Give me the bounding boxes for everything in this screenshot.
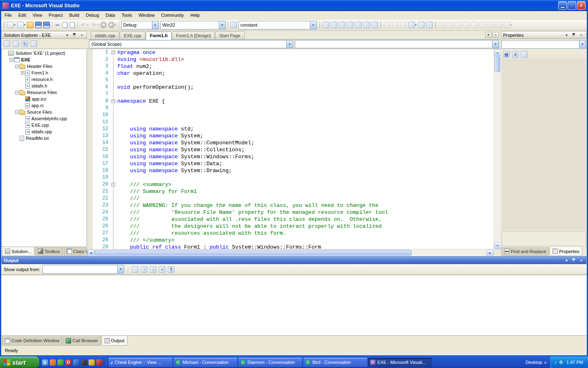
properties-window-button[interactable]: [330, 21, 338, 29]
collapse-icon[interactable]: −: [9, 58, 13, 62]
code-line[interactable]: 3float num2;: [93, 63, 494, 70]
chevron-down-icon[interactable]: ▼: [310, 21, 316, 29]
toolbox-window-button[interactable]: [346, 21, 354, 29]
new-project-button[interactable]: ▾: [6, 21, 16, 29]
code-line[interactable]: 26 /// the designers will not be able to…: [93, 223, 494, 230]
horizontal-scrollbar[interactable]: ◀ ▶: [87, 249, 494, 256]
title-bar[interactable]: EXE - Microsoft Visual Studio ▁ □ ×: [0, 0, 588, 11]
make-same-width-button[interactable]: [462, 21, 470, 29]
code-line[interactable]: 6void performOperation();: [93, 84, 494, 91]
clock[interactable]: 1:47 PM: [566, 360, 583, 365]
window-position-icon[interactable]: ▾: [64, 32, 70, 38]
comment-selection-button[interactable]: [417, 21, 425, 29]
chevron-down-icon[interactable]: ▼: [219, 21, 225, 29]
code-line[interactable]: 16 using namespace System::Windows::Form…: [93, 153, 494, 160]
window-position-icon[interactable]: ▾: [564, 258, 570, 263]
toggle-bookmark-button[interactable]: [383, 21, 391, 29]
indent-button[interactable]: ▾: [408, 21, 418, 29]
tree-item-header-files[interactable]: −Header Files: [2, 63, 87, 70]
app-red-icon[interactable]: [96, 359, 102, 366]
tab-solution[interactable]: Solution...: [2, 247, 34, 256]
taskbar-task-daemon-conversation[interactable]: Daemon - Conversation: [238, 358, 302, 367]
align-tops-button[interactable]: [454, 21, 462, 29]
code-line[interactable]: 7: [93, 91, 494, 98]
collapse-icon[interactable]: −: [15, 65, 19, 68]
code-line[interactable]: 17 using namespace System::Data;: [93, 160, 494, 167]
menu-item-project[interactable]: Project: [45, 11, 66, 19]
close-document-icon[interactable]: ×: [492, 32, 499, 38]
code-editor[interactable]: 1−#pragma once2#using <mscorlib.dll>3flo…: [87, 49, 501, 249]
start-page-button[interactable]: [371, 21, 379, 29]
tab-find-and-replace[interactable]: Find and Replace: [501, 247, 549, 256]
send-to-back-button[interactable]: [495, 21, 503, 29]
maximize-button[interactable]: □: [568, 1, 576, 10]
tab-output[interactable]: Output: [102, 336, 127, 346]
code-line[interactable]: 21 /// Summary for Form1: [93, 188, 494, 195]
fold-toggle-icon[interactable]: −: [111, 99, 115, 103]
code-line[interactable]: 12 using namespace std;: [93, 126, 494, 132]
add-new-item-button[interactable]: ▾: [16, 21, 27, 29]
opera-icon[interactable]: O: [65, 359, 71, 366]
app-blue-icon[interactable]: [73, 359, 79, 366]
types-combo[interactable]: (Global Scope) ▼: [89, 40, 293, 48]
code-line[interactable]: 13 using namespace System;: [93, 132, 494, 139]
layout-options-button[interactable]: ▾: [503, 21, 513, 29]
cut-button[interactable]: ✂: [53, 21, 62, 29]
code-line[interactable]: 11: [93, 119, 494, 126]
close-panel-icon[interactable]: ×: [578, 258, 584, 263]
solution-configurations[interactable]: Debug▼: [121, 21, 159, 29]
auto-hide-pin-icon[interactable]: [71, 32, 78, 38]
code-line[interactable]: 23 /// WARNING: If you change the name o…: [93, 202, 494, 209]
collapse-icon[interactable]: −: [15, 110, 19, 114]
tab-form1-h-design[interactable]: Form1.h [Design]: [172, 31, 214, 39]
tree-item-assemblyinfo-cpp[interactable]: AssemblyInfo.cpp: [2, 115, 87, 122]
next-bookmark-button[interactable]: [399, 21, 408, 29]
chevron-icon[interactable]: »: [544, 360, 546, 365]
menu-item-window[interactable]: Window: [135, 11, 158, 19]
solution-platforms[interactable]: Win32▼: [160, 21, 226, 29]
properties-grid[interactable]: [501, 59, 586, 231]
find-in-files-button[interactable]: [229, 21, 238, 29]
app-orange-icon[interactable]: [50, 359, 56, 366]
align-lefts-button[interactable]: [438, 21, 446, 29]
minimize-button[interactable]: ▁: [558, 1, 567, 10]
output-toggle-word-wrap-button[interactable]: ¶: [167, 265, 175, 274]
auto-hide-pin-icon[interactable]: [571, 258, 577, 263]
code-line[interactable]: 10: [93, 112, 494, 119]
menu-item-community[interactable]: Community: [158, 11, 187, 19]
output-go-to-previous-message-button[interactable]: ↑: [140, 265, 148, 274]
tab-toolbox[interactable]: Toolbox: [35, 247, 63, 256]
open-file-button[interactable]: [26, 21, 34, 29]
code-line[interactable]: 24 /// 'Resource File Name' property for…: [93, 209, 494, 216]
code-line[interactable]: 1−#pragma once: [93, 49, 494, 56]
start-button[interactable]: start: [0, 357, 39, 368]
code-line[interactable]: 2#using <mscorlib.dll>: [93, 56, 494, 63]
uncomment-selection-button[interactable]: [425, 21, 434, 29]
save-all-button[interactable]: [42, 21, 51, 29]
code-line[interactable]: 8−namespace EXE {: [93, 98, 494, 105]
copy-button[interactable]: [62, 21, 69, 29]
redo-button[interactable]: ↷▾: [89, 21, 100, 29]
tree-item-stdafx-cpp[interactable]: stdafx.cpp: [2, 128, 87, 135]
code-line[interactable]: 18 using namespace System::Drawing;: [93, 167, 494, 174]
scroll-up-icon[interactable]: ▲: [494, 49, 501, 56]
navigate-forward-button[interactable]: ▶▾: [107, 21, 118, 29]
props-property-pages-button[interactable]: [520, 50, 528, 58]
object-browser-button[interactable]: [338, 21, 346, 29]
tree-item-solution-exe-1-project[interactable]: Solution 'EXE' (1 project): [2, 50, 87, 56]
tree-item-resource-files[interactable]: −Resource Files: [2, 89, 87, 96]
output-find-message-button[interactable]: [131, 265, 139, 274]
volume-icon[interactable]: ♪: [555, 360, 557, 365]
vertical-spacing-button[interactable]: [479, 21, 487, 29]
output-clear-all-button[interactable]: ×: [158, 265, 166, 274]
se-properties-button[interactable]: [3, 40, 11, 48]
close-button[interactable]: ×: [577, 1, 586, 10]
tree-item-resource-h[interactable]: resource.h: [2, 76, 87, 83]
tab-call-browser[interactable]: Call Browser: [63, 336, 100, 346]
code-line[interactable]: 14 using namespace System::ComponentMode…: [93, 139, 494, 146]
scroll-down-icon[interactable]: ▼: [494, 242, 501, 249]
scroll-left-icon[interactable]: ◀: [87, 249, 94, 256]
tree-item-app-ico[interactable]: app.ico: [2, 96, 87, 102]
output-go-to-next-message-button[interactable]: ↓: [149, 265, 157, 274]
code-line[interactable]: 22 ///: [93, 195, 494, 202]
